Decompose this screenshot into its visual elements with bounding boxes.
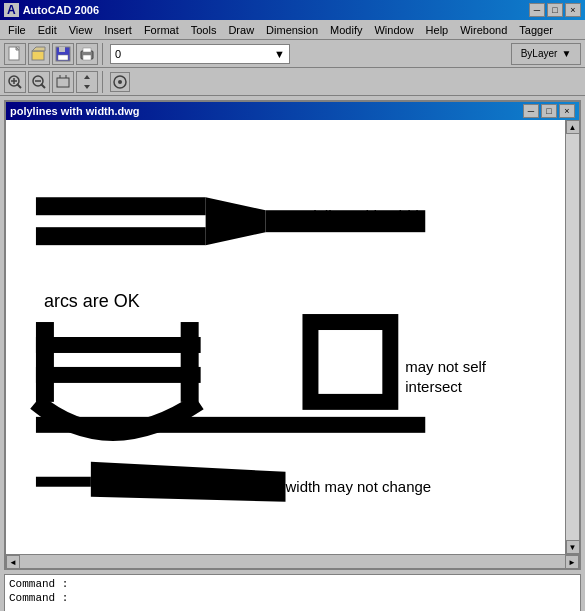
menu-insert[interactable]: Insert	[98, 22, 138, 38]
svg-rect-2	[32, 51, 44, 60]
app-title-bar: A AutoCAD 2006 ─ □ ×	[0, 0, 585, 20]
drawing-title: polylines with width.dwg	[10, 105, 140, 117]
width-may-not-change-label: width may not change	[285, 478, 432, 495]
svg-rect-29	[36, 337, 201, 353]
minimize-button[interactable]: ─	[529, 3, 545, 17]
drawing-window: polylines with width.dwg ─ □ × polyline …	[4, 100, 581, 570]
menu-draw[interactable]: Draw	[222, 22, 260, 38]
drawing-restore-button[interactable]: □	[541, 104, 557, 118]
layer-dropdown[interactable]: 0 ▼	[110, 44, 290, 64]
title-bar-left: A AutoCAD 2006	[4, 3, 99, 17]
menu-edit[interactable]: Edit	[32, 22, 63, 38]
scroll-down-button[interactable]: ▼	[566, 540, 580, 554]
menu-view[interactable]: View	[63, 22, 99, 38]
vertical-scrollbar[interactable]: ▲ ▼	[565, 120, 579, 554]
drawing-area-container: polyline with width arcs are OK	[6, 120, 579, 554]
save-button[interactable]	[52, 43, 74, 65]
svg-rect-32	[36, 417, 425, 433]
svg-rect-27	[36, 322, 54, 402]
print-button[interactable]	[76, 43, 98, 65]
svg-marker-20	[84, 75, 90, 89]
app-icon: A	[4, 3, 19, 17]
scroll-left-button[interactable]: ◄	[6, 555, 20, 569]
cad-drawing: polyline with width arcs are OK	[6, 120, 565, 554]
svg-rect-23	[36, 197, 206, 215]
layer-value: 0	[115, 48, 121, 60]
scroll-track-horizontal[interactable]	[20, 555, 565, 568]
svg-line-15	[41, 84, 45, 88]
menu-bar: File Edit View Insert Format Tools Draw …	[0, 20, 585, 40]
horizontal-scrollbar[interactable]: ◄ ►	[6, 554, 579, 568]
menu-format[interactable]: Format	[138, 22, 185, 38]
zoom-out-button[interactable]	[28, 71, 50, 93]
svg-rect-5	[59, 47, 65, 52]
maximize-button[interactable]: □	[547, 3, 563, 17]
snap-button[interactable]	[110, 72, 130, 92]
toolbar-separator-1	[102, 43, 106, 65]
svg-marker-34	[91, 462, 286, 502]
zoom-button[interactable]	[4, 71, 26, 93]
secondary-toolbar	[0, 68, 585, 96]
menu-dimension[interactable]: Dimension	[260, 22, 324, 38]
command-area: Command : Command :	[4, 574, 581, 611]
may-not-self-intersect-label-1: may not self	[405, 358, 487, 375]
menu-wirebond[interactable]: Wirebond	[454, 22, 513, 38]
menu-window[interactable]: Window	[368, 22, 419, 38]
menu-modify[interactable]: Modify	[324, 22, 368, 38]
pan-button[interactable]	[76, 71, 98, 93]
command-line-2: Command :	[7, 591, 578, 605]
svg-point-22	[118, 80, 122, 84]
scroll-right-button[interactable]: ►	[565, 555, 579, 569]
menu-tools[interactable]: Tools	[185, 22, 223, 38]
scroll-track-vertical[interactable]	[566, 134, 579, 540]
svg-rect-17	[57, 78, 69, 87]
svg-rect-9	[83, 55, 91, 60]
svg-rect-26	[266, 210, 426, 232]
drawing-minimize-button[interactable]: ─	[523, 104, 539, 118]
bylayer-label: ByLayer	[521, 48, 558, 59]
command-line-1: Command :	[7, 577, 578, 591]
svg-marker-25	[206, 197, 266, 245]
title-bar-controls: ─ □ ×	[529, 3, 581, 17]
svg-rect-6	[58, 55, 68, 60]
scroll-up-button[interactable]: ▲	[566, 120, 580, 134]
drawing-close-button[interactable]: ×	[559, 104, 575, 118]
svg-rect-33	[36, 477, 91, 487]
zoom-extents-button[interactable]	[52, 71, 74, 93]
bylayer-arrow-icon: ▼	[561, 48, 571, 59]
close-button[interactable]: ×	[565, 3, 581, 17]
menu-file[interactable]: File	[2, 22, 32, 38]
may-not-self-intersect-label-2: intersect	[405, 378, 462, 395]
bylayer-dropdown[interactable]: ByLayer ▼	[511, 43, 581, 65]
svg-rect-31	[310, 322, 390, 402]
toolbar-right: ByLayer ▼	[511, 43, 581, 65]
drawing-window-controls: ─ □ ×	[523, 104, 575, 118]
svg-rect-24	[36, 227, 206, 245]
new-button[interactable]	[4, 43, 26, 65]
menu-help[interactable]: Help	[420, 22, 455, 38]
svg-rect-8	[83, 48, 91, 52]
svg-rect-28	[181, 322, 199, 402]
toolbar-separator-2	[102, 71, 106, 93]
main-toolbar: 0 ▼ ByLayer ▼	[0, 40, 585, 68]
open-button[interactable]	[28, 43, 50, 65]
app-title: AutoCAD 2006	[23, 4, 99, 16]
menu-tagger[interactable]: Tagger	[513, 22, 559, 38]
arcs-label: arcs are OK	[44, 291, 140, 311]
svg-rect-30	[36, 367, 201, 383]
svg-line-11	[17, 84, 21, 88]
dropdown-arrow-icon: ▼	[274, 48, 285, 60]
drawing-title-bar: polylines with width.dwg ─ □ ×	[6, 102, 579, 120]
drawing-content[interactable]: polyline with width arcs are OK	[6, 120, 565, 554]
svg-marker-3	[32, 47, 45, 51]
